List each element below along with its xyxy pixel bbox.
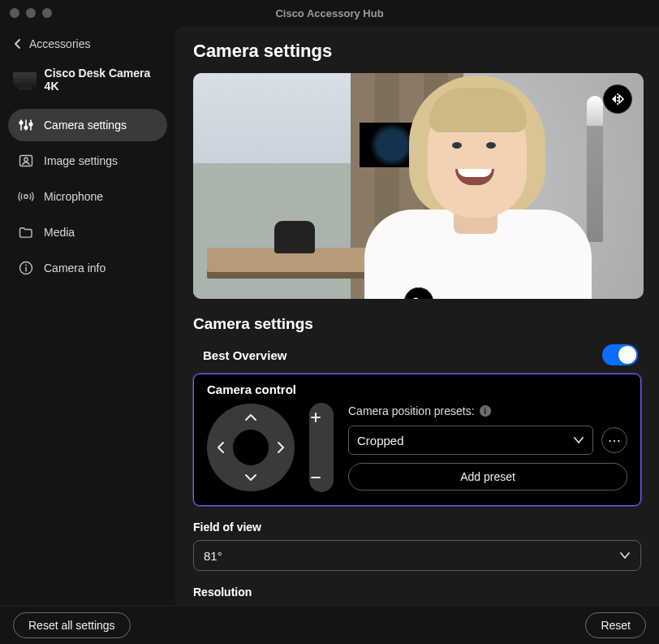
chevron-down-icon	[619, 551, 631, 560]
preset-more-button[interactable]: ⋯	[601, 427, 627, 453]
sidebar-item-label: Microphone	[44, 190, 103, 203]
sidebar-nav: Camera settings Image settings Microphon…	[8, 109, 167, 284]
svg-point-4	[24, 158, 28, 161]
zoom-control	[309, 403, 334, 492]
preset-select[interactable]: Cropped	[348, 426, 593, 455]
sidebar-item-image-settings[interactable]: Image settings	[8, 145, 167, 177]
device-name: Cisco Desk Camera 4K	[45, 67, 162, 93]
min-dot[interactable]	[26, 8, 36, 18]
dpad-up-button[interactable]	[242, 408, 260, 426]
add-preset-button[interactable]: Add preset	[348, 463, 627, 491]
presets-label-text: Camera position presets:	[348, 404, 475, 417]
presets-group: Camera position presets: i Cropped ⋯	[348, 404, 627, 491]
svg-rect-3	[20, 156, 32, 166]
close-dot[interactable]	[10, 8, 19, 18]
pan-tilt-dpad	[207, 404, 295, 491]
chevron-down-icon	[573, 436, 584, 444]
add-preset-label: Add preset	[460, 470, 515, 483]
sidebar-item-camera-info[interactable]: Camera info	[8, 252, 167, 284]
presets-label: Camera position presets: i	[348, 404, 627, 417]
folder-icon	[18, 224, 34, 240]
titlebar: Cisco Accessory Hub	[0, 0, 659, 26]
svg-point-2	[29, 123, 32, 126]
section-heading: Camera settings	[193, 315, 641, 333]
device-row[interactable]: Cisco Desk Camera 4K	[8, 60, 167, 102]
sidebar-item-label: Media	[44, 226, 75, 239]
sidebar-item-microphone[interactable]: Microphone	[8, 180, 167, 213]
dpad-right-button[interactable]	[272, 439, 290, 456]
camera-preview	[193, 73, 644, 299]
svg-point-5	[24, 195, 28, 198]
dpad-center	[233, 430, 269, 465]
sidebar-item-label: Camera settings	[44, 119, 127, 132]
sliders-icon	[18, 117, 34, 133]
mirror-button[interactable]	[603, 84, 632, 114]
svg-point-1	[24, 126, 28, 129]
camera-control-title: Camera control	[207, 383, 627, 396]
svg-point-7	[25, 265, 27, 266]
window-controls[interactable]	[10, 8, 52, 18]
resolution-label: Resolution	[193, 586, 641, 599]
best-overview-row: Best Overview	[200, 344, 641, 365]
reset-all-label: Reset all settings	[28, 619, 115, 632]
dpad-down-button[interactable]	[242, 469, 260, 486]
dpad-left-button[interactable]	[212, 439, 230, 456]
more-horizontal-icon: ⋯	[608, 433, 622, 448]
chevron-left-icon	[13, 38, 21, 50]
mirror-icon	[610, 92, 625, 106]
field-of-view-select[interactable]: 81°	[193, 540, 641, 571]
preset-select-value: Cropped	[357, 434, 404, 447]
info-icon[interactable]: i	[480, 405, 491, 417]
folder-icon	[412, 296, 425, 299]
sidebar-item-label: Camera info	[44, 261, 106, 274]
reset-all-button[interactable]: Reset all settings	[13, 612, 131, 638]
best-overview-label: Best Overview	[203, 348, 286, 362]
footer-bar: Reset all settings Reset	[0, 605, 659, 644]
page-title: Camera settings	[193, 41, 641, 62]
back-button[interactable]: Accessories	[8, 32, 167, 60]
sidebar: Accessories Cisco Desk Camera 4K Camera …	[0, 26, 175, 605]
zoom-in-button[interactable]	[309, 411, 334, 424]
person-rect-icon	[18, 153, 34, 169]
sidebar-item-camera-settings[interactable]: Camera settings	[8, 109, 167, 141]
max-dot[interactable]	[42, 8, 52, 18]
device-thumb-icon	[13, 72, 37, 87]
best-overview-toggle[interactable]	[602, 344, 638, 365]
zoom-out-button[interactable]	[309, 471, 334, 484]
svg-point-0	[19, 121, 23, 124]
app-title: Cisco Accessory Hub	[0, 7, 659, 19]
field-of-view-value: 81°	[204, 549, 222, 563]
camera-control-panel: Camera control	[193, 374, 641, 506]
back-label: Accessories	[29, 37, 90, 50]
reset-label: Reset	[601, 619, 631, 632]
reset-button[interactable]: Reset	[585, 612, 646, 638]
info-circle-icon	[18, 260, 34, 276]
sidebar-item-label: Image settings	[44, 154, 118, 167]
sidebar-item-media[interactable]: Media	[8, 216, 167, 249]
field-of-view-label: Field of view	[193, 521, 641, 534]
main-panel: Camera settings	[175, 26, 659, 605]
microphone-waves-icon	[18, 188, 34, 205]
